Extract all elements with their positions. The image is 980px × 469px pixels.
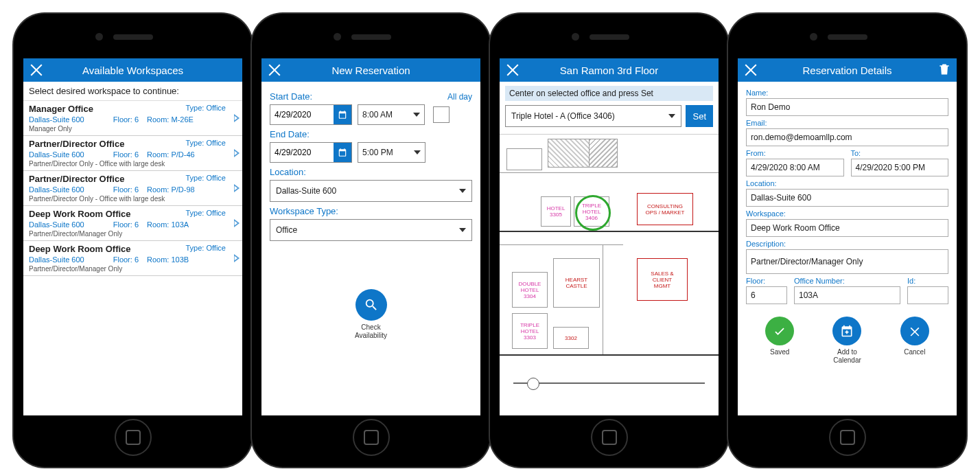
office-number-field[interactable]: 103A bbox=[794, 286, 900, 304]
home-button[interactable] bbox=[829, 419, 866, 456]
check-availability-button[interactable] bbox=[355, 289, 387, 321]
close-icon[interactable] bbox=[27, 61, 45, 79]
close-icon bbox=[908, 324, 922, 338]
workspace-title: Manager Office bbox=[29, 104, 93, 114]
workspace-item[interactable]: Deep Work Room Office Type: Office Dalla… bbox=[23, 206, 242, 241]
location-field[interactable]: Dallas-Suite 600 bbox=[746, 189, 948, 207]
home-button[interactable] bbox=[353, 419, 390, 456]
workspace-room: Room: P/D-46 bbox=[147, 150, 195, 159]
workspace-note: Partner/Director/Manager Only bbox=[29, 230, 226, 238]
workspace-location: Dallas-Suite 600 bbox=[29, 150, 84, 159]
instruction: Select desired workspace to continue: bbox=[23, 82, 242, 101]
page-title: San Ramon 3rd Floor bbox=[560, 65, 658, 76]
workspace-location: Dallas-Suite 600 bbox=[29, 115, 84, 124]
check-icon bbox=[773, 324, 786, 338]
start-date-input[interactable] bbox=[270, 104, 352, 125]
workspace-item[interactable]: Partner/Director Office Type: Office Dal… bbox=[23, 136, 242, 171]
workspace-type-select[interactable]: Office bbox=[270, 219, 472, 241]
workspace-title: Partner/Director Office bbox=[29, 174, 124, 184]
start-time-select[interactable]: 8:00 AM bbox=[358, 104, 425, 125]
calendar-icon[interactable] bbox=[334, 105, 351, 124]
workspace-floor: Floor: 6 bbox=[113, 220, 139, 229]
location-select[interactable]: Dallas-Suite 600 bbox=[270, 180, 472, 202]
header: San Ramon 3rd Floor bbox=[500, 58, 719, 82]
zoom-slider[interactable] bbox=[513, 376, 705, 390]
cancel-label: Cancel bbox=[900, 348, 929, 356]
office-number-label: Office Number: bbox=[794, 277, 900, 285]
workspace-floor: Floor: 6 bbox=[113, 185, 139, 194]
header: Available Workspaces bbox=[23, 58, 242, 82]
add-to-calendar-button[interactable] bbox=[832, 317, 861, 345]
name-label: Name: bbox=[746, 89, 948, 97]
name-field[interactable]: Ron Demo bbox=[746, 98, 948, 116]
calendar-icon bbox=[840, 324, 854, 338]
close-icon[interactable] bbox=[742, 61, 760, 79]
home-button[interactable] bbox=[591, 419, 628, 456]
to-field[interactable]: 4/29/2020 5:00 PM bbox=[851, 159, 949, 176]
room-sales[interactable]: SALES & CLIENT MGMT bbox=[637, 258, 688, 301]
chevron-right-icon bbox=[234, 149, 240, 157]
room-consulting[interactable]: CONSULTING OPS / MARKET bbox=[637, 193, 693, 225]
workspace-title: Deep Work Room Office bbox=[29, 209, 131, 219]
page-title: Reservation Details bbox=[802, 65, 891, 76]
saved-button[interactable] bbox=[765, 317, 794, 345]
workspace-field[interactable]: Deep Work Room Office bbox=[746, 219, 948, 237]
all-day-checkbox[interactable] bbox=[433, 106, 450, 123]
workspace-room: Room: 103B bbox=[147, 255, 189, 264]
end-date-label: End Date: bbox=[270, 129, 472, 139]
workspace-note: Partner/Director/Manager Only bbox=[29, 265, 226, 273]
end-time-select[interactable]: 5:00 PM bbox=[358, 142, 425, 163]
room-triple-hotel-2[interactable]: TRIPLE HOTEL 3303 bbox=[512, 313, 548, 349]
workspace-type: Type: Office bbox=[186, 174, 226, 184]
trash-icon[interactable] bbox=[937, 62, 951, 78]
add-to-calendar-label: Add to Calendar bbox=[832, 348, 861, 365]
instruction: Center on selected office and press Set bbox=[505, 86, 713, 101]
workspace-note: Manager Only bbox=[29, 125, 226, 133]
close-icon[interactable] bbox=[504, 61, 522, 79]
screen-reservation-details: Reservation Details Name: Ron Demo Email… bbox=[738, 58, 957, 415]
end-date-input[interactable] bbox=[270, 142, 352, 163]
close-icon[interactable] bbox=[266, 61, 283, 79]
description-field[interactable]: Partner/Director/Manager Only bbox=[746, 249, 948, 274]
workspace-note: Partner/Director Only - Office with larg… bbox=[29, 195, 226, 203]
from-label: From: bbox=[746, 149, 844, 157]
room-hotel[interactable]: HOTEL 3305 bbox=[541, 196, 571, 227]
id-field[interactable] bbox=[907, 286, 948, 304]
floor-plan-map[interactable]: HOTEL 3305 TRIPLE HOTEL 3406 CONSULTING … bbox=[500, 134, 719, 396]
location-label: Location: bbox=[746, 179, 948, 187]
email-field[interactable]: ron.demo@demoamllp.com bbox=[746, 128, 948, 146]
workspace-room: Room: P/D-98 bbox=[147, 185, 195, 194]
workspace-item[interactable]: Partner/Director Office Type: Office Dal… bbox=[23, 171, 242, 206]
description-label: Description: bbox=[746, 240, 948, 248]
cancel-button[interactable] bbox=[900, 317, 929, 345]
id-label: Id: bbox=[907, 277, 948, 285]
workspace-item[interactable]: Manager Office Type: Office Dallas-Suite… bbox=[23, 101, 242, 136]
floor-field[interactable]: 6 bbox=[746, 286, 787, 304]
to-label: To: bbox=[851, 149, 949, 157]
room-double-hotel[interactable]: DOUBLE HOTEL 3304 bbox=[512, 272, 548, 308]
header: Reservation Details bbox=[738, 58, 957, 82]
workspace-room: Room: 103A bbox=[147, 220, 189, 229]
set-button[interactable]: Set bbox=[686, 105, 713, 127]
screen-available-workspaces: Available Workspaces Select desired work… bbox=[23, 58, 242, 415]
workspace-item[interactable]: Deep Work Room Office Type: Office Dalla… bbox=[23, 241, 242, 276]
workspace-type: Type: Office bbox=[186, 104, 226, 114]
email-label: Email: bbox=[746, 119, 948, 127]
workspace-label: Workspace: bbox=[746, 209, 948, 218]
office-select[interactable]: Triple Hotel - A (Office 3406) bbox=[505, 105, 681, 127]
workspace-room: Room: M-26E bbox=[147, 115, 194, 124]
workspace-floor: Floor: 6 bbox=[113, 255, 139, 264]
room-3302[interactable]: 3302 bbox=[553, 327, 589, 349]
workspace-type: Type: Office bbox=[186, 244, 226, 254]
workspace-title: Partner/Director Office bbox=[29, 139, 124, 149]
chevron-right-icon bbox=[234, 184, 240, 192]
workspace-title: Deep Work Room Office bbox=[29, 244, 131, 254]
calendar-icon[interactable] bbox=[334, 143, 351, 162]
workspace-type: Type: Office bbox=[186, 209, 226, 219]
all-day-label: All day bbox=[447, 92, 472, 102]
room-hearst[interactable]: HEARST CASTLE bbox=[553, 258, 600, 308]
home-button[interactable] bbox=[115, 419, 152, 456]
workspace-note: Partner/Director Only - Office with larg… bbox=[29, 160, 226, 168]
workspace-type-label: Workspace Type: bbox=[270, 206, 472, 216]
from-field[interactable]: 4/29/2020 8:00 AM bbox=[746, 159, 844, 176]
